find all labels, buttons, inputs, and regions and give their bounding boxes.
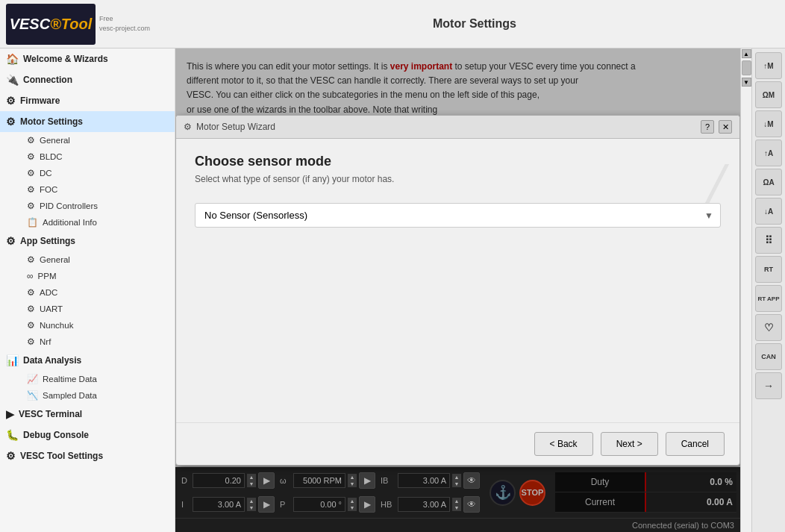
firmware-icon: ⚙ [6,95,16,107]
sidebar-item-nunchuk[interactable]: ⚙ Nunchuk [0,317,175,334]
sidebar-item-app-general[interactable]: ⚙ General [0,251,175,268]
general-icon: ⚙ [27,135,35,145]
nunchuk-icon: ⚙ [27,320,35,331]
ppm-icon: ∞ [27,271,34,281]
foc-icon: ⚙ [27,184,35,195]
step-subtitle: Select what type of sensor (if any) your… [195,174,721,184]
modal-header: ⚙ Motor Setup Wizard ? ✕ [176,116,739,139]
sidebar-item-data-analysis[interactable]: 📊 Data Analysis [0,350,175,371]
sidebar-item-firmware[interactable]: ⚙ Firmware [0,90,175,111]
rt-heart-button[interactable]: ♡ [755,314,782,341]
modal-title-text: Motor Setup Wizard [196,122,275,132]
sidebar-item-uart-label: UART [40,304,63,313]
home-icon: 🏠 [6,53,19,65]
next-button[interactable]: Next > [601,432,658,456]
uart-icon: ⚙ [27,304,35,314]
sidebar-item-realtime-data[interactable]: 📈 Realtime Data [0,371,175,387]
sensor-select-container: No Sensor (Sensorless) Hall Sensor ABI E… [195,203,721,228]
scroll-down-button[interactable]: ▼ [742,78,751,87]
sidebar-item-ppm-label: PPM [38,272,57,281]
main-content-area: This is where you can edit your motor se… [175,48,740,532]
right-toolbar: ↑M ΩM ↓M ↑A ΩA ↓A ⠿ RT RT APP ♡ CAN → [751,48,785,532]
modal-overlay: ⚙ Motor Setup Wizard ? ✕ / Choose sensor… [175,48,740,532]
sidebar-item-nunchuk-label: Nunchuk [40,321,73,330]
sidebar-item-general-label: General [40,136,70,145]
page-title: Motor Settings [170,17,779,31]
rt-app-button[interactable]: RT APP [755,285,782,312]
sensor-mode-select[interactable]: No Sensor (Sensorless) Hall Sensor ABI E… [195,203,721,228]
app-settings-icon: ⚙ [6,235,16,247]
settings-icon: ⚙ [6,450,16,462]
sidebar-item-general[interactable]: ⚙ General [0,132,175,148]
rt-arrow-button[interactable]: → [755,372,782,399]
logo-area: VESC ®Tool Free vesc-project.com [6,4,170,45]
sidebar-item-bldc[interactable]: ⚙ BLDC [0,148,175,165]
sidebar-item-adc[interactable]: ⚙ ADC [0,284,175,301]
step-title: Choose sensor mode [195,154,721,169]
sidebar-item-tool-settings[interactable]: ⚙ VESC Tool Settings [0,445,175,466]
rt-bM-button[interactable]: ↓M [755,110,782,137]
sidebar-item-welcome-label: Welcome & Wizards [23,54,108,64]
sidebar: 🏠 Welcome & Wizards 🔌 Connection ⚙ Firmw… [0,48,175,532]
data-icon: 📊 [6,354,19,366]
sidebar-item-connection-label: Connection [23,75,72,85]
modal-footer: < Back Next > Cancel [176,422,739,465]
scrollbar[interactable]: ▲ ▼ [740,48,751,532]
sidebar-item-vesc-terminal[interactable]: ▶ VESC Terminal [0,404,175,425]
cancel-button[interactable]: Cancel [666,432,725,456]
sidebar-item-nrf[interactable]: ⚙ Nrf [0,334,175,350]
sampled-icon: 📉 [27,390,38,401]
rt-bA-button[interactable]: ↓A [755,198,782,225]
scroll-up-button[interactable]: ▲ [742,49,751,58]
wizard-modal: ⚙ Motor Setup Wizard ? ✕ / Choose sensor… [175,115,740,466]
sidebar-item-connection[interactable]: 🔌 Connection [0,69,175,90]
debug-icon: 🐛 [6,429,19,441]
rt-can-button[interactable]: CAN [755,343,782,370]
modal-close-button[interactable]: ✕ [719,120,732,134]
sidebar-item-debug-console[interactable]: 🐛 Debug Console [0,425,175,445]
modal-header-icon: ⚙ [184,122,192,132]
nrf-icon: ⚙ [27,337,35,347]
rt-rt-button[interactable]: RT [755,256,782,283]
back-button[interactable]: < Back [534,432,593,456]
top-bar: VESC ®Tool Free vesc-project.com Motor S… [0,0,785,48]
sidebar-item-nrf-label: Nrf [40,337,51,346]
sidebar-item-pid[interactable]: ⚙ PID Controllers [0,198,175,214]
logo-sub: Free vesc-project.com [99,14,150,33]
pid-icon: ⚙ [27,201,35,211]
rt-tA-button[interactable]: ↑A [755,140,782,166]
modal-header-title: ⚙ Motor Setup Wizard [184,122,275,132]
scroll-thumb[interactable] [742,60,751,75]
sidebar-item-pid-label: PID Controllers [40,201,98,210]
sidebar-item-additional-info[interactable]: 📋 Additional Info [0,214,175,231]
sidebar-item-uart[interactable]: ⚙ UART [0,301,175,317]
logo-text: VESC [10,16,50,33]
terminal-icon: ▶ [6,408,14,420]
rt-cA-button[interactable]: ΩA [755,169,782,195]
rt-nodes-button[interactable]: ⠿ [755,227,782,254]
modal-help-button[interactable]: ? [701,120,714,134]
sidebar-item-app-label: App Settings [20,236,75,246]
sidebar-item-app-general-label: General [40,255,70,264]
sidebar-item-foc[interactable]: ⚙ FOC [0,181,175,198]
rt-cM-button[interactable]: ΩM [755,81,782,108]
sidebar-item-sampled-data[interactable]: 📉 Sampled Data [0,387,175,404]
sidebar-item-terminal-label: VESC Terminal [19,409,82,419]
modal-body: / Choose sensor mode Select what type of… [176,139,739,422]
sidebar-item-welcome[interactable]: 🏠 Welcome & Wizards [0,48,175,69]
sidebar-item-dc[interactable]: ⚙ DC [0,165,175,181]
connection-icon: 🔌 [6,74,19,86]
rt-tM-button[interactable]: ↑M [755,52,782,79]
logo-tool-text: ®Tool [50,16,92,33]
sidebar-item-app-settings[interactable]: ⚙ App Settings [0,231,175,251]
sidebar-item-realtime-label: Realtime Data [43,375,97,384]
sidebar-item-dc-label: DC [40,169,52,178]
sidebar-item-foc-label: FOC [40,185,57,194]
sidebar-item-ppm[interactable]: ∞ PPM [0,268,175,284]
additional-info-icon: 📋 [27,217,38,228]
logo-box: VESC ®Tool [6,4,96,45]
sidebar-item-firmware-label: Firmware [20,96,60,106]
sidebar-item-motor-settings[interactable]: ⚙ Motor Settings [0,111,175,132]
sidebar-item-data-label: Data Analysis [23,355,81,366]
app-general-icon: ⚙ [27,254,35,265]
